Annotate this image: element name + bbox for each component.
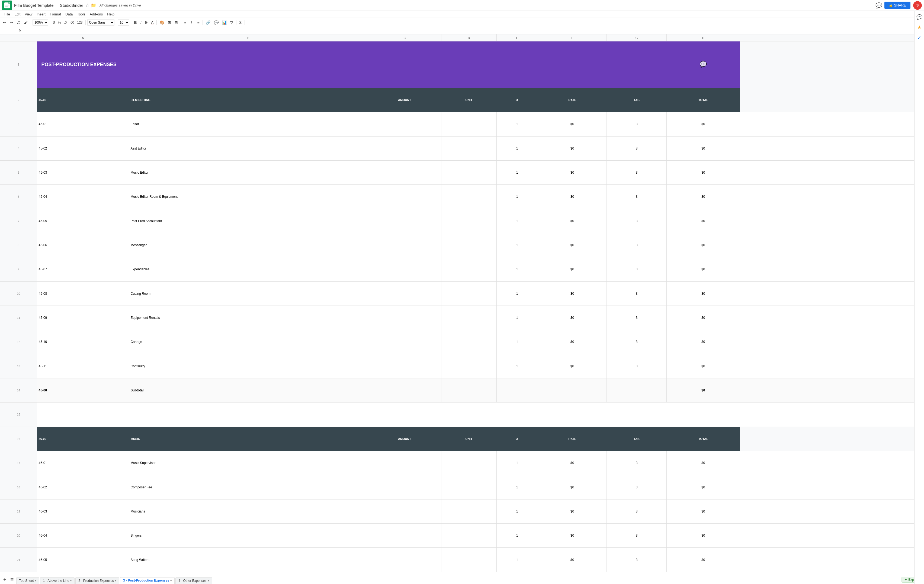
app-icon — [2, 0, 12, 10]
svg-rect-2 — [5, 4, 9, 4]
menu-tools[interactable]: Tools — [75, 11, 87, 18]
chat-button[interactable]: 💬 — [876, 2, 882, 9]
borders-button[interactable]: ⊞ — [167, 20, 172, 25]
undo-button[interactable]: ↩ — [2, 20, 8, 25]
menu-file[interactable]: File — [2, 11, 12, 18]
col-header-h[interactable]: H — [667, 35, 740, 41]
table-row[interactable]: 3 45-01 Editor 1 $0 3 $0 — [0, 112, 924, 136]
table-row[interactable]: 8 45-06 Messenger 1 $0 3 $0 — [0, 233, 924, 257]
font-size-select[interactable]: 10 — [118, 19, 129, 26]
align-left-button[interactable]: ≡ — [183, 20, 188, 25]
font-select[interactable]: Open Sans — [87, 19, 114, 26]
share-button[interactable]: 🔒 SHARE — [884, 2, 911, 9]
share-label: SHARE — [894, 3, 906, 7]
table-row[interactable]: 11 45-09 Equipement Rentals 1 $0 3 $0 — [0, 306, 924, 330]
sidebar-check-icon[interactable]: ✓ — [916, 34, 922, 42]
italic-button[interactable]: I — [139, 20, 143, 25]
table-row[interactable]: 12 45-10 Cartage 1 $0 3 $0 — [0, 330, 924, 354]
col-header-c[interactable]: C — [368, 35, 441, 41]
font-color-button[interactable]: A — [150, 20, 155, 25]
col-header-f[interactable]: F — [538, 35, 607, 41]
table-row[interactable]: 6 45-04 Music Editor Room & Equipment 1 … — [0, 185, 924, 209]
menu-data[interactable]: Data — [63, 11, 75, 18]
toolbar: ↩ ↪ 🖨 🖌 100% $ % .0 .00 123 Open Sans 10… — [0, 18, 924, 27]
filter-button[interactable]: ▽ — [229, 20, 234, 25]
table-row[interactable]: 18 46-02 Composer Fee 1 $0 3 $0 — [0, 475, 924, 499]
empty-row: 15 — [0, 403, 924, 427]
table-row[interactable]: 7 45-05 Post Prod Accountant 1 $0 3 $0 — [0, 209, 924, 233]
subtotal-row-45: 14 45-00 Subtotal $0 — [0, 378, 924, 402]
paint-format-button[interactable]: 🖌 — [23, 20, 29, 25]
sidebar-chat-icon[interactable]: 💬 — [915, 13, 924, 21]
title-row: 1 POST-PRODUCTION EXPENSES 💬 — [0, 41, 924, 88]
strikethrough-button[interactable]: S — [144, 20, 149, 25]
spreadsheet-container: A B C D E F G H 1 POST-PRODUCTION EXPENS… — [0, 34, 924, 572]
print-button[interactable]: 🖨 — [15, 20, 22, 25]
bold-button[interactable]: B — [133, 20, 138, 25]
table-row[interactable]: 9 45-07 Expendables 1 $0 3 $0 — [0, 257, 924, 281]
fx-label: fx — [19, 28, 21, 33]
col-header-a[interactable]: A — [37, 35, 129, 41]
table-row[interactable]: 17 46-01 Music Supervisor 1 $0 3 $0 — [0, 451, 924, 475]
chart-button[interactable]: 📊 — [221, 20, 228, 25]
right-sidebar: 💬 ★ ✓ — [914, 11, 924, 572]
menu-view[interactable]: View — [23, 11, 35, 18]
col-header-e[interactable]: E — [497, 35, 538, 41]
link-button[interactable]: 🔗 — [205, 20, 212, 25]
menu-insert[interactable]: Insert — [35, 11, 48, 18]
table-row[interactable]: 19 46-03 Musicians 1 $0 3 $0 — [0, 499, 924, 523]
table-row[interactable]: 20 46-04 Singers 1 $0 3 $0 — [0, 523, 924, 548]
folder-icon[interactable]: 📁 — [91, 3, 96, 8]
merge-cells-button[interactable]: ⊟ — [173, 20, 179, 25]
col-header-row: A B C D E F G H — [0, 35, 924, 41]
function-button[interactable]: Σ — [238, 20, 243, 25]
col-header-d[interactable]: D — [441, 35, 497, 41]
table-row[interactable]: 10 45-08 Cutting Room 1 $0 3 $0 — [0, 281, 924, 306]
currency-button[interactable]: $ — [52, 20, 56, 25]
user-avatar: S — [913, 1, 922, 10]
page-title: POST-PRODUCTION EXPENSES — [41, 62, 117, 67]
table-row[interactable]: 13 45-11 Continuity 1 $0 3 $0 — [0, 354, 924, 378]
align-center-button[interactable]: ⋮ — [188, 20, 195, 25]
lock-icon: 🔒 — [889, 3, 893, 7]
align-right-button[interactable]: ≡ — [196, 20, 201, 25]
fill-color-button[interactable]: 🎨 — [158, 20, 166, 25]
formula-bar: fx — [0, 27, 924, 34]
svg-rect-3 — [5, 5, 9, 5]
zoom-select[interactable]: 100% — [33, 19, 48, 26]
decimal-dec-button[interactable]: .0 — [63, 20, 68, 25]
doc-title: FIlm Budget Template — StudioBinder — [14, 3, 83, 8]
comment-bubble-icon: 💬 — [700, 61, 707, 68]
decimal-inc-button[interactable]: .00 — [69, 20, 75, 25]
menu-format[interactable]: Format — [48, 11, 63, 18]
section-header-film-editing: 2 45-00 FILM EDITING AMOUNT UNIT X RATE … — [0, 88, 924, 112]
section-header-music: 16 46-00 MUSIC AMOUNT UNIT X RATE TAB TO… — [0, 427, 924, 451]
col-header-g[interactable]: G — [607, 35, 667, 41]
menu-addons[interactable]: Add-ons — [87, 11, 105, 18]
menu-help[interactable]: Help — [105, 11, 117, 18]
autosave-message: All changes saved in Drive — [99, 3, 141, 7]
star-icon[interactable]: ☆ — [86, 3, 89, 8]
table-row[interactable]: 5 45-03 Music Editor 1 $0 3 $0 — [0, 160, 924, 184]
svg-rect-4 — [5, 6, 8, 7]
table-row[interactable]: 4 45-02 Asst Editor 1 $0 3 $0 — [0, 136, 924, 160]
col-header-b[interactable]: B — [129, 35, 368, 41]
format-123-button[interactable]: 123 — [76, 20, 84, 25]
redo-button[interactable]: ↪ — [8, 20, 14, 25]
top-bar: FIlm Budget Template — StudioBinder ☆ 📁 … — [0, 0, 924, 11]
percent-button[interactable]: % — [57, 20, 62, 25]
comment-button[interactable]: 💬 — [213, 20, 220, 25]
spreadsheet-table: A B C D E F G H 1 POST-PRODUCTION EXPENS… — [0, 34, 924, 572]
sidebar-star-icon[interactable]: ★ — [916, 23, 922, 31]
menu-edit[interactable]: Edit — [12, 11, 23, 18]
menu-bar: File Edit View Insert Format Data Tools … — [0, 11, 924, 18]
cell-reference-input[interactable] — [2, 29, 15, 33]
table-row[interactable]: 21 46-05 Song Writers 1 $0 3 $0 — [0, 548, 924, 572]
